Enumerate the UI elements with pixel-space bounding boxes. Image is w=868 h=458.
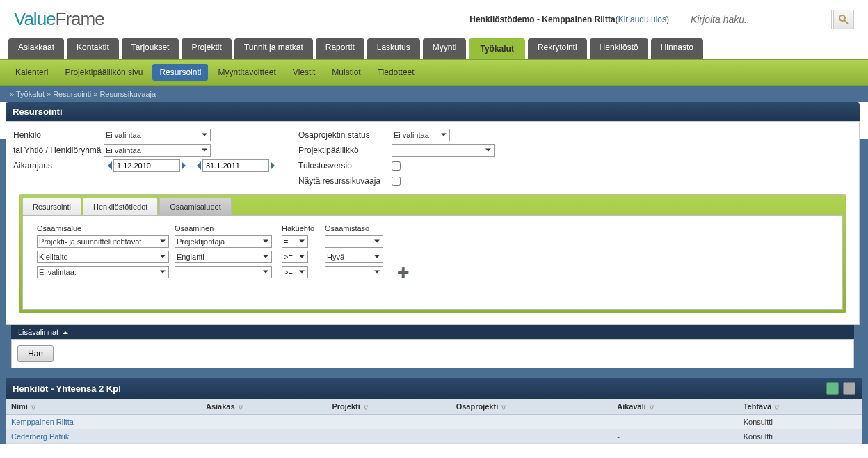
hakuehto-select[interactable]: >= xyxy=(282,266,308,278)
panel-title: Resursointi xyxy=(6,102,860,121)
col-header: Osaaminen xyxy=(175,224,279,232)
person-link[interactable]: Cederberg Patrik xyxy=(11,432,69,441)
nav-tab-työkalut[interactable]: Työkalut xyxy=(469,38,524,59)
sort-icon: ▽ xyxy=(775,404,779,411)
osaprojekti-status-select[interactable]: Ei valintaa xyxy=(392,129,450,141)
logo: ValueFrame xyxy=(14,8,104,30)
filter-label: Projektipäällikkö xyxy=(298,145,392,155)
osaaminen-select[interactable]: Englanti xyxy=(175,251,272,263)
col-nimi[interactable]: Nimi ▽ xyxy=(6,399,200,415)
results-table: Nimi ▽Asiakas ▽Projekti ▽Osaprojekti ▽Ai… xyxy=(6,399,862,444)
subnav-viestit[interactable]: Viestit xyxy=(286,64,322,81)
criteria-row: KielitaitoEnglanti>=Hyvä xyxy=(37,251,828,263)
criteria-row: Ei valintaa:>=➕ xyxy=(37,266,828,278)
svg-line-1 xyxy=(844,20,848,24)
filter-label: Näytä resurssikuvaaja xyxy=(298,176,392,186)
tab-henkilöstötiedot[interactable]: Henkilöstötiedot xyxy=(83,198,158,215)
nav-tab-tunnit-ja-matkat[interactable]: Tunnit ja matkat xyxy=(234,38,313,59)
search-button[interactable] xyxy=(833,10,854,29)
nav-tab-rekrytointi[interactable]: Rekrytointi xyxy=(528,38,587,59)
subnav-myyntitavoitteet[interactable]: Myyntitavoitteet xyxy=(211,64,282,81)
sort-icon: ▽ xyxy=(364,404,368,411)
add-row-icon[interactable]: ➕ xyxy=(397,267,425,278)
breadcrumb: » Työkalut » Resursointi » Resurssikuvaa… xyxy=(0,86,868,102)
nav-tab-hinnasto[interactable]: Hinnasto xyxy=(651,38,703,59)
date-from-input[interactable] xyxy=(113,159,180,172)
col-header: Hakuehto xyxy=(282,224,322,232)
filter-label: Tulostusversio xyxy=(298,161,392,171)
caret-up-icon xyxy=(63,329,68,334)
col-projekti[interactable]: Projekti ▽ xyxy=(326,399,450,415)
osaamisalue-select[interactable]: Ei valintaa: xyxy=(37,266,169,278)
subnav-muistiot[interactable]: Muistiot xyxy=(325,64,367,81)
nav-tab-myynti[interactable]: Myynti xyxy=(423,38,467,59)
sort-icon: ▽ xyxy=(501,404,506,411)
tab-resursointi[interactable]: Resursointi xyxy=(22,198,81,215)
subnav-resursointi[interactable]: Resursointi xyxy=(152,64,208,81)
sort-icon: ▽ xyxy=(31,404,35,411)
nav-tab-laskutus[interactable]: Laskutus xyxy=(367,38,420,59)
yhtio-select[interactable]: Ei valintaa xyxy=(104,144,211,157)
subnav-tiedotteet[interactable]: Tiedotteet xyxy=(371,64,421,81)
svg-point-0 xyxy=(839,15,845,21)
user-info: Henkilöstödemo - Kemppainen Riitta(Kirja… xyxy=(469,15,669,24)
sub-nav: KalenteriProjektipäällikön sivuResursoin… xyxy=(0,59,868,86)
nav-tab-asiakkaat[interactable]: Asiakkaat xyxy=(8,38,64,59)
nav-tab-kontaktit[interactable]: Kontaktit xyxy=(67,38,119,59)
search-icon xyxy=(838,14,849,25)
osaamisalue-select[interactable]: Kielitaito xyxy=(37,251,169,263)
osaaminen-select[interactable]: Projektijohtaja xyxy=(175,235,272,248)
henkilo-select[interactable]: Ei valintaa xyxy=(104,129,211,141)
projektipaallikko-select[interactable] xyxy=(392,144,495,157)
col-tehtävä[interactable]: Tehtävä ▽ xyxy=(738,399,862,415)
nav-tab-projektit[interactable]: Projektit xyxy=(182,38,231,59)
subnav-projektipäällikön-sivu[interactable]: Projektipäällikön sivu xyxy=(58,64,150,81)
logout-link[interactable]: Kirjaudu ulos xyxy=(618,15,666,24)
print-icon[interactable] xyxy=(843,382,855,395)
tulostusversio-checkbox[interactable] xyxy=(392,161,401,171)
date-to-input[interactable] xyxy=(202,159,269,172)
osaamistaso-select[interactable] xyxy=(325,235,383,248)
sort-icon: ▽ xyxy=(650,404,654,411)
col-aikaväli[interactable]: Aikaväli ▽ xyxy=(611,399,737,415)
osaamistaso-select[interactable] xyxy=(325,266,383,278)
criteria-row: Projekti- ja suunnittelutehtävätProjekti… xyxy=(37,235,828,248)
excel-export-icon[interactable] xyxy=(826,382,839,395)
nav-tab-tarjoukset[interactable]: Tarjoukset xyxy=(122,38,179,59)
main-nav: AsiakkaatKontaktitTarjouksetProjektitTun… xyxy=(0,38,868,59)
date-prev-icon[interactable] xyxy=(193,161,201,170)
person-link[interactable]: Kemppainen Riitta xyxy=(11,418,74,426)
search-input[interactable] xyxy=(686,10,832,29)
col-osaprojekti[interactable]: Osaprojekti ▽ xyxy=(451,399,612,415)
filter-label: Aikarajaus xyxy=(13,161,104,171)
date-prev-icon[interactable] xyxy=(104,161,112,170)
results-title: Henkilöt - Yhteensä 2 Kpl xyxy=(13,384,121,394)
demo-label: Henkilöstödemo - Kemppainen Riitta xyxy=(469,15,615,24)
col-header: Osaamistaso xyxy=(325,224,394,232)
tab-osaamisalueet[interactable]: Osaamisalueet xyxy=(159,198,231,215)
osaaminen-select[interactable] xyxy=(175,266,272,278)
nav-tab-raportit[interactable]: Raportit xyxy=(316,38,364,59)
lisavalinnat-toggle[interactable]: Lisävalinnat xyxy=(11,325,854,339)
date-next-icon[interactable] xyxy=(271,161,279,170)
filter-label: tai Yhtiö / Henkilöryhmä xyxy=(13,145,104,155)
hae-button[interactable]: Hae xyxy=(17,345,54,362)
date-next-icon[interactable] xyxy=(182,161,190,170)
osaamisalue-select[interactable]: Projekti- ja suunnittelutehtävät xyxy=(37,235,169,248)
subnav-kalenteri[interactable]: Kalenteri xyxy=(8,64,55,81)
col-asiakas[interactable]: Asiakas ▽ xyxy=(200,399,327,415)
hakuehto-select[interactable]: = xyxy=(282,235,308,248)
col-header: Osaamisalue xyxy=(37,224,172,232)
table-row: Cederberg Patrik-Konsultti xyxy=(6,429,862,444)
sort-icon: ▽ xyxy=(239,404,243,411)
filter-label: Henkilö xyxy=(13,130,104,140)
osaamistaso-select[interactable]: Hyvä xyxy=(325,251,383,263)
nayta-resurssikuvaaja-checkbox[interactable] xyxy=(392,177,401,186)
hakuehto-select[interactable]: >= xyxy=(282,251,308,263)
nav-tab-henkilöstö[interactable]: Henkilöstö xyxy=(590,38,648,59)
filter-label: Osaprojektin status xyxy=(298,130,392,140)
table-row: Kemppainen Riitta-Konsultti xyxy=(6,415,862,429)
